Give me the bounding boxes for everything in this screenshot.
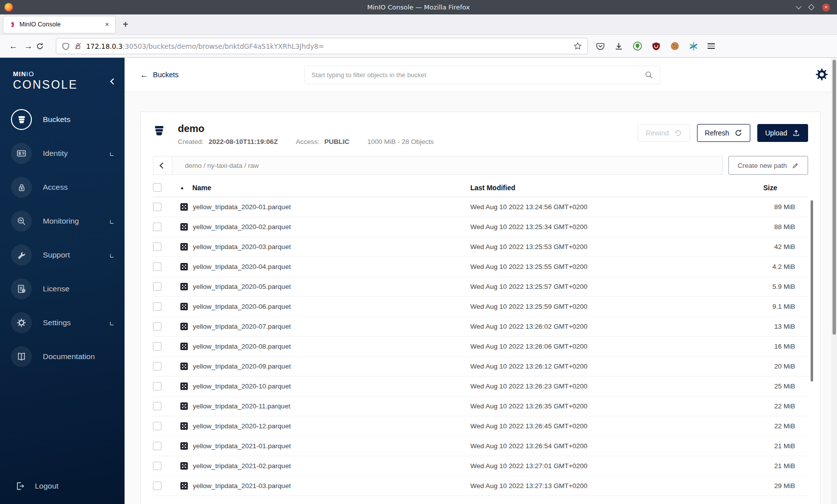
row-checkbox[interactable] (153, 223, 161, 231)
sidebar-collapse-button[interactable] (111, 77, 116, 86)
column-header-size[interactable]: Size (729, 184, 808, 192)
row-checkbox[interactable] (153, 302, 161, 311)
object-name[interactable]: yellow_tripdata_2021-02.parquet (193, 462, 291, 470)
object-name[interactable]: yellow_tripdata_2020-07.parquet (193, 323, 291, 330)
object-size: 21 MiB (729, 442, 808, 450)
settings-gear-button[interactable] (815, 68, 829, 81)
sidebar-item-support[interactable]: Support (11, 244, 118, 266)
object-name[interactable]: yellow_tripdata_2020-04.parquet (193, 263, 291, 270)
sort-asc-icon[interactable]: ▲ (180, 185, 184, 190)
table-row[interactable]: yellow_tripdata_2020-10.parquet Wed Aug … (153, 377, 808, 396)
ublock-icon[interactable] (652, 42, 661, 51)
path-back-button[interactable] (153, 156, 172, 174)
chevron-up-icon (110, 152, 114, 156)
table-row[interactable]: yellow_tripdata_2020-04.parquet Wed Aug … (153, 257, 808, 277)
row-checkbox[interactable] (153, 442, 161, 450)
object-name[interactable]: yellow_tripdata_2020-02.parquet (193, 223, 291, 231)
shield-icon[interactable] (62, 42, 70, 50)
tab-close-icon[interactable]: × (104, 20, 111, 28)
row-checkbox[interactable] (153, 362, 161, 371)
object-name[interactable]: yellow_tripdata_2020-12.parquet (193, 422, 291, 430)
rewind-button[interactable]: Rewind (638, 124, 690, 142)
cookie-icon[interactable] (670, 41, 680, 51)
table-row[interactable]: yellow_tripdata_2020-05.parquet Wed Aug … (153, 277, 808, 297)
object-name[interactable]: yellow_tripdata_2020-09.parquet (193, 363, 291, 370)
menu-icon[interactable] (707, 43, 715, 49)
upload-button[interactable]: Upload (757, 124, 808, 142)
sidebar-item-identity[interactable]: Identity (11, 142, 118, 165)
select-all-checkbox[interactable] (153, 183, 161, 192)
url-text[interactable]: 172.18.0.3:30503/buckets/demo/browse/bnk… (86, 42, 569, 50)
page-scrollbar[interactable] (831, 58, 837, 504)
row-checkbox[interactable] (153, 262, 161, 271)
parquet-file-icon (180, 302, 188, 311)
table-row[interactable]: yellow_tripdata_2020-03.parquet Wed Aug … (153, 237, 808, 257)
object-name[interactable]: yellow_tripdata_2020-11.parquet (193, 402, 290, 410)
sidebar-item-license[interactable]: License (11, 277, 118, 300)
object-name[interactable]: yellow_tripdata_2020-08.parquet (193, 343, 291, 350)
lock-slash-icon[interactable] (74, 42, 82, 50)
table-row[interactable]: yellow_tripdata_2020-11.parquet Wed Aug … (153, 396, 808, 416)
back-to-buckets-link[interactable]: ← Buckets (140, 71, 179, 79)
sidebar-item-settings[interactable]: Settings (11, 311, 118, 334)
downloads-icon[interactable] (614, 42, 623, 51)
object-name[interactable]: yellow_tripdata_2020-03.parquet (193, 243, 291, 251)
forward-button[interactable]: → (21, 41, 36, 51)
row-checkbox[interactable] (153, 282, 161, 291)
table-row[interactable]: yellow_tripdata_2021-03.parquet Wed Aug … (153, 476, 808, 496)
table-row[interactable]: yellow_tripdata_2021-01.parquet Wed Aug … (153, 436, 808, 456)
page-scrollbar-thumb[interactable] (833, 60, 836, 335)
table-row[interactable]: yellow_tripdata_2020-02.parquet Wed Aug … (153, 217, 808, 237)
privacy-badger-icon[interactable] (633, 41, 642, 51)
table-row[interactable]: yellow_tripdata_2020-08.parquet Wed Aug … (153, 337, 808, 357)
row-checkbox[interactable] (153, 342, 161, 351)
table-row[interactable]: yellow_tripdata_2020-07.parquet Wed Aug … (153, 317, 808, 337)
table-row[interactable]: yellow_tripdata_2020-01.parquet Wed Aug … (153, 197, 808, 217)
create-new-path-button[interactable]: Create new path (728, 156, 808, 175)
window-close-icon[interactable]: × (822, 3, 830, 11)
new-tab-button[interactable]: + (123, 19, 129, 30)
parquet-file-icon (180, 382, 188, 390)
object-name[interactable]: yellow_tripdata_2020-05.parquet (193, 283, 291, 290)
logo-console: CONSOLE (13, 78, 125, 92)
object-name[interactable]: yellow_tripdata_2020-01.parquet (193, 203, 291, 211)
breadcrumb[interactable]: demo / ny-taxi-data / raw (172, 156, 259, 174)
url-bar[interactable]: 172.18.0.3:30503/buckets/demo/browse/bnk… (56, 38, 588, 54)
object-size: 16 MiB (729, 343, 808, 350)
browser-tab[interactable]: MinIO Console × (3, 16, 115, 33)
window-maximize-icon[interactable] (808, 4, 815, 10)
column-header-name[interactable]: Name (192, 184, 211, 192)
object-name[interactable]: yellow_tripdata_2021-03.parquet (193, 482, 291, 490)
object-name[interactable]: yellow_tripdata_2020-10.parquet (193, 382, 291, 390)
table-row[interactable]: yellow_tripdata_2020-06.parquet Wed Aug … (153, 297, 808, 317)
row-checkbox[interactable] (153, 322, 161, 331)
table-row[interactable]: yellow_tripdata_2020-09.parquet Wed Aug … (153, 357, 808, 377)
row-checkbox[interactable] (153, 422, 161, 430)
sidebar-item-buckets[interactable]: Buckets (11, 108, 118, 131)
table-row[interactable]: yellow_tripdata_2021-02.parquet Wed Aug … (153, 456, 808, 476)
bookmark-star-icon[interactable] (573, 42, 582, 50)
window-minimize-icon[interactable] (796, 3, 801, 9)
row-checkbox[interactable] (153, 382, 161, 390)
column-header-modified[interactable]: Last Modified (470, 184, 729, 192)
sidebar-item-logout[interactable]: Logout (15, 481, 58, 491)
row-checkbox[interactable] (153, 402, 161, 410)
sidebar-item-monitoring[interactable]: Monitoring (11, 210, 118, 233)
search-input[interactable] (311, 71, 645, 79)
row-checkbox[interactable] (153, 243, 161, 251)
back-button[interactable]: ← (6, 41, 21, 51)
object-name[interactable]: yellow_tripdata_2021-01.parquet (193, 442, 291, 450)
sidebar-item-documentation[interactable]: Documentation (11, 345, 118, 368)
refresh-button[interactable]: Refresh (697, 124, 750, 142)
object-name[interactable]: yellow_tripdata_2020-06.parquet (193, 303, 291, 310)
row-checkbox[interactable] (153, 462, 161, 470)
search-icon[interactable] (645, 71, 653, 79)
sidebar-item-access[interactable]: Access (11, 176, 118, 199)
table-row[interactable]: yellow_tripdata_2020-12.parquet Wed Aug … (153, 416, 808, 436)
pocket-icon[interactable] (596, 42, 605, 51)
table-scrollbar-thumb[interactable] (811, 200, 813, 381)
extension-asterisk-icon[interactable] (689, 42, 698, 51)
row-checkbox[interactable] (153, 482, 161, 490)
reload-button[interactable] (36, 42, 51, 50)
row-checkbox[interactable] (153, 203, 161, 211)
